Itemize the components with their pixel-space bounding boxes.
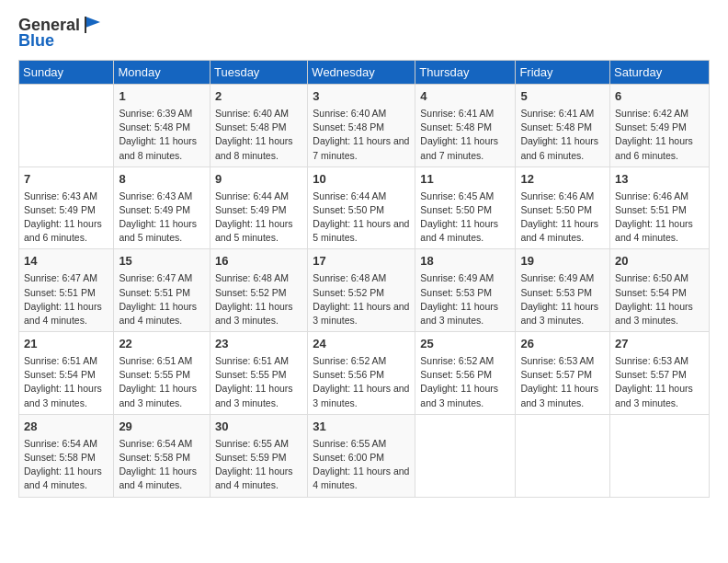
logo: General Blue — [18, 15, 102, 51]
calendar-cell: 17Sunrise: 6:48 AMSunset: 5:52 PMDayligh… — [308, 249, 415, 332]
day-number: 15 — [119, 253, 205, 270]
calendar-cell: 25Sunrise: 6:52 AMSunset: 5:56 PMDayligh… — [415, 332, 516, 415]
calendar-cell: 5Sunrise: 6:41 AMSunset: 5:48 PMDaylight… — [516, 85, 610, 167]
daylight-text: Daylight: 11 hours and 4 minutes. — [520, 218, 598, 243]
daylight-text: Daylight: 11 hours and 4 minutes. — [24, 301, 102, 326]
calendar-cell: 6Sunrise: 6:42 AMSunset: 5:49 PMDaylight… — [610, 85, 710, 167]
day-number: 5 — [520, 88, 605, 106]
daylight-text: Daylight: 11 hours and 6 minutes. — [615, 135, 693, 160]
col-header-monday: Monday — [114, 61, 210, 85]
sunrise-text: Sunrise: 6:45 AM — [420, 190, 494, 201]
calendar-cell: 24Sunrise: 6:52 AMSunset: 5:56 PMDayligh… — [308, 332, 415, 415]
sunset-text: Sunset: 5:48 PM — [313, 121, 384, 132]
daylight-text: Daylight: 11 hours and 3 minutes. — [520, 301, 598, 326]
sunrise-text: Sunrise: 6:47 AM — [24, 272, 97, 283]
calendar-cell: 10Sunrise: 6:44 AMSunset: 5:50 PMDayligh… — [308, 167, 415, 249]
calendar-cell: 27Sunrise: 6:53 AMSunset: 5:57 PMDayligh… — [610, 332, 710, 415]
day-number: 24 — [313, 336, 410, 353]
day-number: 10 — [313, 171, 410, 189]
day-number: 3 — [313, 88, 410, 106]
sunset-text: Sunset: 5:49 PM — [615, 121, 687, 132]
daylight-text: Daylight: 11 hours and 3 minutes. — [313, 301, 409, 326]
sunset-text: Sunset: 5:58 PM — [24, 452, 96, 463]
daylight-text: Daylight: 11 hours and 7 minutes. — [420, 135, 498, 160]
svg-marker-0 — [85, 17, 100, 28]
sunrise-text: Sunrise: 6:41 AM — [520, 108, 594, 119]
sunrise-text: Sunrise: 6:49 AM — [420, 272, 494, 283]
daylight-text: Daylight: 11 hours and 4 minutes. — [615, 218, 693, 243]
day-number: 17 — [313, 253, 410, 270]
calendar-cell: 15Sunrise: 6:47 AMSunset: 5:51 PMDayligh… — [114, 249, 210, 332]
sunset-text: Sunset: 5:52 PM — [215, 287, 287, 298]
daylight-text: Daylight: 11 hours and 3 minutes. — [24, 383, 102, 408]
calendar-cell: 3Sunrise: 6:40 AMSunset: 5:48 PMDaylight… — [308, 85, 415, 167]
header: General Blue — [18, 15, 710, 51]
day-number: 23 — [215, 336, 302, 353]
day-number: 27 — [615, 336, 704, 353]
page-container: General Blue SundayMondayTuesdayWednesda… — [0, 0, 728, 507]
sunset-text: Sunset: 5:48 PM — [420, 121, 492, 132]
sunset-text: Sunset: 5:50 PM — [520, 204, 592, 215]
day-number: 31 — [313, 419, 410, 436]
day-number: 25 — [420, 336, 510, 353]
sunrise-text: Sunrise: 6:48 AM — [215, 272, 289, 283]
daylight-text: Daylight: 11 hours and 5 minutes. — [215, 218, 293, 243]
sunset-text: Sunset: 5:53 PM — [420, 287, 492, 298]
sunrise-text: Sunrise: 6:46 AM — [615, 190, 688, 201]
sunset-text: Sunset: 5:54 PM — [24, 369, 96, 380]
day-number: 4 — [420, 88, 510, 106]
calendar-cell — [516, 414, 610, 497]
sunrise-text: Sunrise: 6:41 AM — [420, 108, 494, 119]
calendar-cell: 29Sunrise: 6:54 AMSunset: 5:58 PMDayligh… — [114, 414, 210, 497]
daylight-text: Daylight: 11 hours and 8 minutes. — [119, 135, 197, 160]
daylight-text: Daylight: 11 hours and 4 minutes. — [215, 465, 293, 490]
sunrise-text: Sunrise: 6:51 AM — [215, 355, 289, 366]
sunset-text: Sunset: 5:59 PM — [215, 452, 287, 463]
daylight-text: Daylight: 11 hours and 3 minutes. — [420, 383, 498, 408]
daylight-text: Daylight: 11 hours and 3 minutes. — [615, 383, 693, 408]
logo-flag-icon — [82, 15, 102, 35]
daylight-text: Daylight: 11 hours and 4 minutes. — [119, 301, 197, 326]
sunset-text: Sunset: 5:49 PM — [24, 204, 96, 215]
calendar-cell: 28Sunrise: 6:54 AMSunset: 5:58 PMDayligh… — [19, 414, 114, 497]
day-number: 19 — [520, 253, 605, 270]
sunrise-text: Sunrise: 6:53 AM — [520, 355, 594, 366]
sunrise-text: Sunrise: 6:49 AM — [520, 272, 594, 283]
sunset-text: Sunset: 5:48 PM — [119, 121, 190, 132]
sunrise-text: Sunrise: 6:47 AM — [119, 272, 192, 283]
daylight-text: Daylight: 11 hours and 3 minutes. — [215, 301, 293, 326]
daylight-text: Daylight: 11 hours and 4 minutes. — [420, 218, 498, 243]
sunset-text: Sunset: 5:49 PM — [119, 204, 190, 215]
sunset-text: Sunset: 5:49 PM — [215, 204, 287, 215]
sunrise-text: Sunrise: 6:46 AM — [520, 190, 594, 201]
sunrise-text: Sunrise: 6:40 AM — [215, 108, 289, 119]
day-number: 22 — [119, 336, 205, 353]
sunset-text: Sunset: 5:57 PM — [615, 369, 687, 380]
calendar-cell: 30Sunrise: 6:55 AMSunset: 5:59 PMDayligh… — [210, 414, 307, 497]
daylight-text: Daylight: 11 hours and 3 minutes. — [520, 383, 598, 408]
calendar-cell — [415, 414, 516, 497]
sunrise-text: Sunrise: 6:53 AM — [615, 355, 688, 366]
daylight-text: Daylight: 11 hours and 5 minutes. — [313, 218, 409, 243]
sunrise-text: Sunrise: 6:52 AM — [313, 355, 386, 366]
day-number: 8 — [119, 171, 205, 189]
day-number: 7 — [24, 171, 108, 189]
sunrise-text: Sunrise: 6:51 AM — [119, 355, 192, 366]
daylight-text: Daylight: 11 hours and 4 minutes. — [24, 465, 102, 490]
calendar-cell: 20Sunrise: 6:50 AMSunset: 5:54 PMDayligh… — [610, 249, 710, 332]
sunrise-text: Sunrise: 6:40 AM — [313, 108, 386, 119]
day-number: 9 — [215, 171, 302, 189]
day-number: 26 — [520, 336, 605, 353]
sunrise-text: Sunrise: 6:39 AM — [119, 108, 192, 119]
svg-rect-1 — [85, 17, 86, 33]
col-header-thursday: Thursday — [415, 61, 516, 85]
calendar-cell: 22Sunrise: 6:51 AMSunset: 5:55 PMDayligh… — [114, 332, 210, 415]
day-number: 2 — [215, 88, 302, 106]
sunset-text: Sunset: 5:51 PM — [24, 287, 96, 298]
sunset-text: Sunset: 5:55 PM — [215, 369, 287, 380]
daylight-text: Daylight: 11 hours and 5 minutes. — [119, 218, 197, 243]
sunset-text: Sunset: 5:50 PM — [313, 204, 384, 215]
calendar-cell: 19Sunrise: 6:49 AMSunset: 5:53 PMDayligh… — [516, 249, 610, 332]
calendar-cell — [610, 414, 710, 497]
header-row: SundayMondayTuesdayWednesdayThursdayFrid… — [19, 61, 710, 85]
